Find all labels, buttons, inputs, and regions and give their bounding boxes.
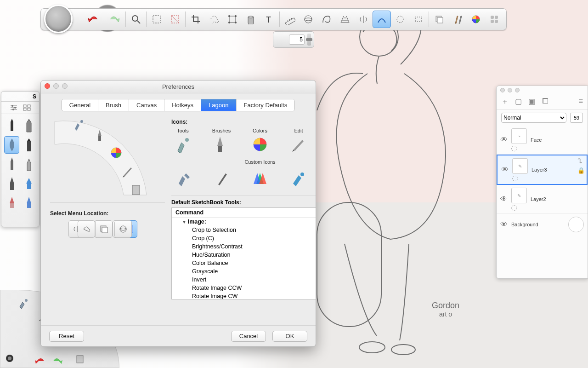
colors-big-icon[interactable] bbox=[250, 134, 270, 155]
layer-opacity-input[interactable] bbox=[570, 113, 583, 123]
command-list[interactable]: Command Image: Crop to SelectionCrop (C)… bbox=[171, 207, 316, 299]
symmetry-icon[interactable] bbox=[354, 11, 373, 28]
layer-row-face[interactable]: 👁 ~ Face bbox=[497, 126, 588, 155]
custom-icon-4[interactable] bbox=[288, 168, 308, 189]
mask-icon[interactable]: ⧠ bbox=[542, 97, 549, 107]
copic-icon[interactable] bbox=[485, 11, 503, 28]
lasso-icon[interactable] bbox=[205, 11, 223, 28]
lock-layer-icon[interactable]: 🔒 bbox=[577, 167, 585, 174]
arc-colors-icon[interactable] bbox=[110, 146, 124, 160]
brushes-icon[interactable] bbox=[448, 11, 467, 28]
command-item[interactable]: Hue/Saturation bbox=[172, 251, 316, 259]
perspective-icon[interactable] bbox=[336, 11, 354, 28]
corner-tools-icon[interactable] bbox=[17, 297, 30, 310]
corner-file-icon[interactable] bbox=[74, 353, 87, 366]
arc-tools-icon[interactable] bbox=[73, 119, 87, 132]
tab-canvas[interactable]: Canvas bbox=[129, 99, 164, 111]
ok-button[interactable]: OK bbox=[272, 331, 307, 342]
brush-pen[interactable] bbox=[4, 155, 19, 173]
tab-hotkeys[interactable]: Hotkeys bbox=[164, 99, 201, 111]
layers-zoom-icon[interactable] bbox=[515, 88, 520, 92]
edit-big-icon[interactable] bbox=[288, 134, 309, 155]
ellipse-guide-icon[interactable] bbox=[299, 11, 317, 28]
corner-redo-icon[interactable] bbox=[50, 355, 63, 368]
undo-button[interactable] bbox=[85, 11, 103, 28]
arc-brushes-icon[interactable] bbox=[95, 129, 109, 143]
layer-row-background[interactable]: 👁 Background bbox=[497, 214, 588, 235]
command-item[interactable]: Invert bbox=[172, 276, 316, 284]
tools-big-icon[interactable] bbox=[173, 134, 193, 155]
layers-icon[interactable] bbox=[430, 11, 448, 28]
layer-row-layer2[interactable]: 👁 ✎ Layer2 bbox=[497, 185, 588, 214]
transform-icon[interactable] bbox=[223, 11, 242, 28]
layers-min-icon[interactable] bbox=[508, 88, 512, 92]
move-layer-icon[interactable]: ⇅ bbox=[577, 157, 585, 164]
corner-undo-icon[interactable] bbox=[34, 355, 47, 368]
rect-shape-icon[interactable] bbox=[409, 11, 428, 28]
folder-icon[interactable]: ▢ bbox=[515, 97, 522, 107]
circle-shape-icon[interactable] bbox=[391, 11, 409, 28]
tab-factory[interactable]: Factory Defaults bbox=[237, 99, 295, 111]
color-puck[interactable] bbox=[44, 5, 73, 33]
loc-bl[interactable] bbox=[78, 220, 95, 238]
image-layer-icon[interactable]: ▣ bbox=[528, 97, 535, 107]
command-item[interactable]: Grayscale bbox=[172, 267, 316, 276]
brush-tab-grid-icon[interactable] bbox=[23, 104, 31, 111]
brush-chisel[interactable] bbox=[21, 117, 36, 134]
corner-puck-icon[interactable] bbox=[3, 352, 16, 365]
color-wheel-icon[interactable] bbox=[467, 11, 485, 28]
cancel-button[interactable]: Cancel bbox=[231, 331, 266, 342]
layer-target-icon[interactable] bbox=[511, 205, 517, 211]
deselect-icon[interactable] bbox=[166, 11, 184, 28]
close-icon[interactable] bbox=[45, 83, 50, 89]
brush-soft[interactable] bbox=[4, 136, 19, 154]
brush-pencil[interactable] bbox=[4, 117, 19, 134]
visibility-icon[interactable]: 👁 bbox=[501, 166, 509, 174]
command-item[interactable]: Crop (C) bbox=[172, 234, 316, 242]
loc-bottom[interactable] bbox=[95, 220, 113, 238]
tab-general[interactable]: General bbox=[62, 99, 98, 111]
command-item[interactable]: Brightness/Contrast bbox=[172, 242, 316, 251]
brush-fill[interactable] bbox=[21, 175, 36, 192]
brush-marker[interactable] bbox=[21, 136, 36, 154]
layers-menu-icon[interactable]: ≡ bbox=[579, 97, 583, 107]
loc-br[interactable] bbox=[114, 220, 132, 238]
command-item[interactable]: Rotate Image CCW bbox=[172, 284, 316, 292]
text-icon[interactable]: T bbox=[260, 11, 278, 28]
brush-custom[interactable] bbox=[21, 194, 36, 212]
custom-icon-1[interactable] bbox=[174, 168, 194, 189]
background-swatch[interactable] bbox=[568, 217, 584, 232]
arc-file-icon[interactable] bbox=[131, 184, 145, 198]
curve-size-input[interactable] bbox=[289, 34, 305, 45]
brush-tab-sliders-icon[interactable] bbox=[9, 104, 18, 111]
layer-target-icon[interactable] bbox=[511, 146, 517, 151]
custom-icon-3[interactable] bbox=[250, 168, 270, 189]
arc-edit-icon[interactable] bbox=[122, 166, 136, 179]
french-curve-icon[interactable] bbox=[317, 11, 336, 28]
command-item[interactable]: Rotate Image CW bbox=[172, 292, 316, 299]
dialog-titlebar[interactable]: Preferences bbox=[41, 80, 316, 93]
visibility-icon[interactable]: 👁 bbox=[500, 136, 508, 144]
layer-target-icon[interactable] bbox=[512, 176, 518, 181]
zoom-tool-icon[interactable] bbox=[127, 11, 145, 28]
layer-row-layer3[interactable]: 👁 ✎ Layer3 ⇅ 🔒 bbox=[497, 155, 588, 185]
brushes-big-icon[interactable] bbox=[211, 134, 232, 155]
visibility-icon[interactable]: 👁 bbox=[500, 195, 508, 203]
crop-icon[interactable] bbox=[187, 11, 205, 28]
command-group-image[interactable]: Image: bbox=[172, 218, 316, 226]
brush-airbrush[interactable] bbox=[21, 155, 36, 173]
blend-mode-select[interactable]: Normal bbox=[501, 113, 566, 123]
add-layer-icon[interactable]: ＋ bbox=[501, 97, 509, 107]
curve-size-slider[interactable] bbox=[307, 34, 311, 46]
command-item[interactable]: Color Balance bbox=[172, 259, 316, 267]
reset-button[interactable]: Reset bbox=[49, 331, 84, 342]
layers-close-icon[interactable] bbox=[500, 88, 505, 92]
command-item[interactable]: Crop to Selection bbox=[172, 226, 316, 234]
brush-erase[interactable] bbox=[4, 194, 19, 212]
fill-icon[interactable] bbox=[242, 11, 260, 28]
tab-brush[interactable]: Brush bbox=[98, 99, 129, 111]
visibility-icon[interactable]: 👁 bbox=[500, 220, 508, 229]
custom-icon-2[interactable] bbox=[212, 168, 232, 189]
curve-stroke-icon[interactable] bbox=[373, 11, 391, 28]
marquee-select-icon[interactable] bbox=[147, 11, 166, 28]
